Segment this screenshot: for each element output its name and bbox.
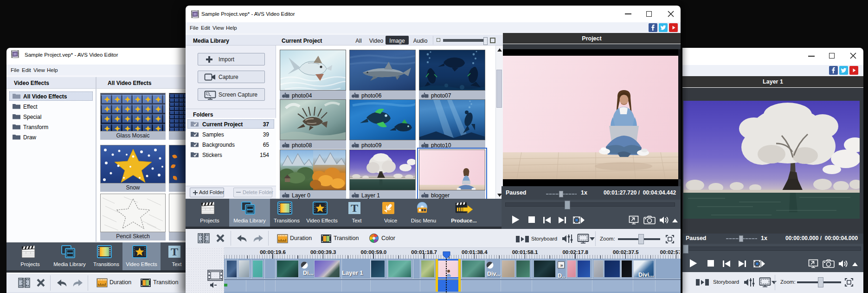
svg-text:T: T	[171, 246, 178, 258]
svg-text:T: T	[351, 202, 358, 214]
svg-text:»: »	[560, 262, 563, 268]
